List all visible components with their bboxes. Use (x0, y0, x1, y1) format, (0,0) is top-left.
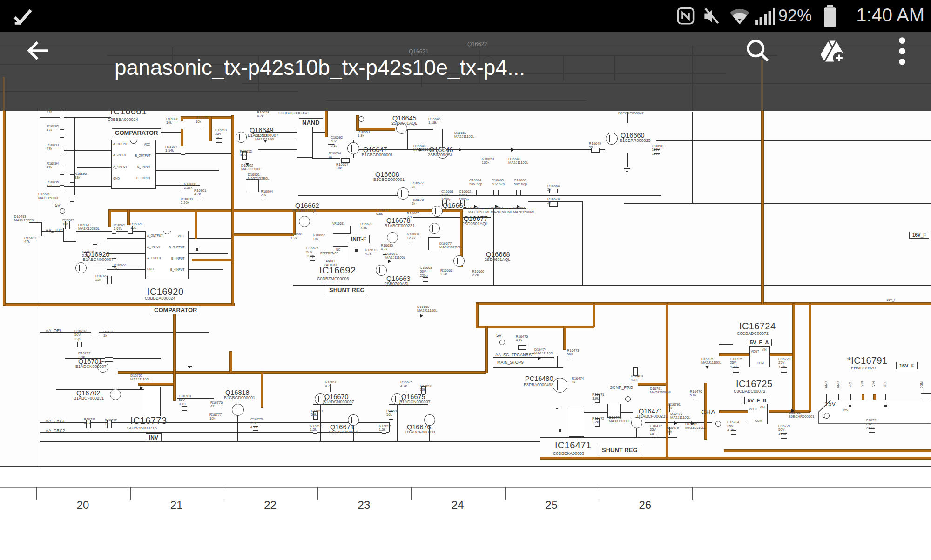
component-label: REFERENCE (320, 252, 338, 255)
diode-symbol (705, 366, 709, 369)
ghost-wire (326, 100, 587, 101)
highlight-trace (261, 371, 263, 408)
wire (74, 117, 75, 195)
ghost-wire (242, 83, 931, 84)
supply-terminal (715, 421, 721, 427)
ghost-trace (761, 60, 763, 111)
back-button[interactable] (24, 36, 53, 65)
ruler (0, 487, 931, 488)
ground-symbol (69, 199, 75, 203)
wire (636, 428, 637, 437)
component-label: 15V (843, 408, 848, 412)
wire (107, 269, 145, 270)
component-label: R16649 33 (589, 142, 601, 150)
highlight-trace (127, 209, 130, 225)
function-box-label: 5V_F_A (747, 339, 772, 346)
component-label: 5V (496, 333, 502, 338)
component-label: R16791 1k (668, 403, 681, 411)
drive-add-button[interactable] (817, 36, 847, 66)
resistor-symbol (107, 276, 112, 284)
function-box-label: COMPARATOR (112, 128, 161, 137)
component-label: *IC16791 (847, 355, 888, 366)
component-label: C16708 50V 0.1u (179, 394, 191, 406)
component-label: R16695 1.5k (379, 424, 391, 432)
component-label: C0BBBA000024 (145, 296, 175, 300)
highlight-trace (485, 326, 488, 373)
ruler-tick (505, 487, 506, 500)
transistor-symbol (631, 417, 642, 428)
component-label: C0JBAC000363 (278, 111, 309, 115)
diode-symbol (420, 314, 423, 318)
component-label: C0BBBA000024 (108, 117, 138, 122)
wire (40, 117, 111, 118)
component-label: C16661 630V 1000p (441, 190, 453, 201)
component-label: R16650 100k (482, 157, 494, 165)
component-label: R16658 4.7k (257, 111, 269, 119)
wire (279, 140, 297, 140)
component-label: B1ABCF000231 (405, 430, 436, 434)
component-label: B1ABCF000231 (74, 396, 104, 400)
wire (582, 201, 583, 285)
ic-pin-label: N.C. (849, 381, 852, 387)
search-button[interactable] (743, 36, 771, 64)
component-label: R16776 47 (210, 401, 223, 409)
component-label: AA_SC_FPGANRST (495, 353, 534, 357)
component-label: R16712 1k (105, 419, 117, 427)
component-label: D16664 MAZ81500ML (513, 207, 535, 214)
ruler-tick (692, 487, 693, 500)
wire (692, 112, 693, 203)
wire (155, 153, 231, 154)
overflow-menu-icon[interactable] (892, 36, 912, 66)
highlight-trace (231, 115, 234, 305)
component-label: AA_CRC1 (46, 419, 65, 423)
ruler-tick (224, 487, 225, 500)
component-label: D16902 MA2J11100L (241, 164, 261, 172)
capacitor-symbol (182, 406, 187, 411)
component-label: R16673 4.7k (365, 248, 377, 256)
ruler-number: 25 (538, 499, 566, 512)
wire (557, 356, 558, 367)
transistor-symbol (397, 187, 409, 200)
component-label: R16893 47k (47, 143, 59, 151)
transistor-symbol (75, 262, 87, 273)
ruler-tick (36, 487, 37, 500)
component-label: COM (757, 361, 764, 365)
component-label: VOUT (749, 407, 757, 411)
ruler-number: 23 (350, 499, 378, 512)
component-label: B0ECKP000047 (618, 112, 644, 115)
component-label: R16892 47k (47, 125, 59, 133)
component-label: D16479 MA3X152D0L (609, 416, 631, 424)
component-label: R16654 47 (329, 152, 341, 160)
component-label: 2SD0601AQL (391, 121, 418, 126)
ic-body (246, 179, 259, 192)
component-label: C0CBADC00072 (734, 389, 765, 393)
wire (493, 367, 563, 368)
component-label: COM (755, 419, 762, 422)
component-label: R16678 2k (412, 198, 424, 206)
component-label: R16926 2.2k (82, 250, 94, 258)
component-label: R16677 2k (412, 181, 424, 189)
function-box-label: COMPARATOR (151, 306, 200, 314)
ruler-number: 20 (69, 499, 97, 512)
component-label: R16920 10k (130, 222, 142, 230)
component-label: C16472 25V 1u (650, 424, 662, 436)
component-label: D16920 MA3X152E0L (78, 223, 100, 231)
component-label: A_+INPUT (113, 165, 127, 168)
component-label: C0JBAB000715 (127, 426, 157, 430)
component-label: R16680 4.7k (381, 244, 393, 252)
component-label: R16922 2k (114, 263, 126, 271)
component-label: VIN (760, 406, 765, 409)
component-label: R16653 1.8k (358, 130, 370, 138)
component-label: B_-INPUT (137, 165, 151, 168)
supply-terminal (824, 413, 830, 419)
resistor-symbol (60, 111, 64, 119)
notification-check-icon (12, 6, 34, 27)
component-label: D16677 MA3X152D0L (439, 242, 461, 250)
component-label: R16690 4.7k (325, 380, 337, 388)
page-bottom-border (0, 466, 931, 467)
component-label: D16721 B0ECHR000001 (789, 411, 814, 419)
ruler-number: 26 (631, 499, 659, 512)
wire (312, 132, 326, 133)
capacitor-symbol (516, 190, 521, 195)
component-label: D16901 MA3X152E0L (248, 173, 269, 181)
